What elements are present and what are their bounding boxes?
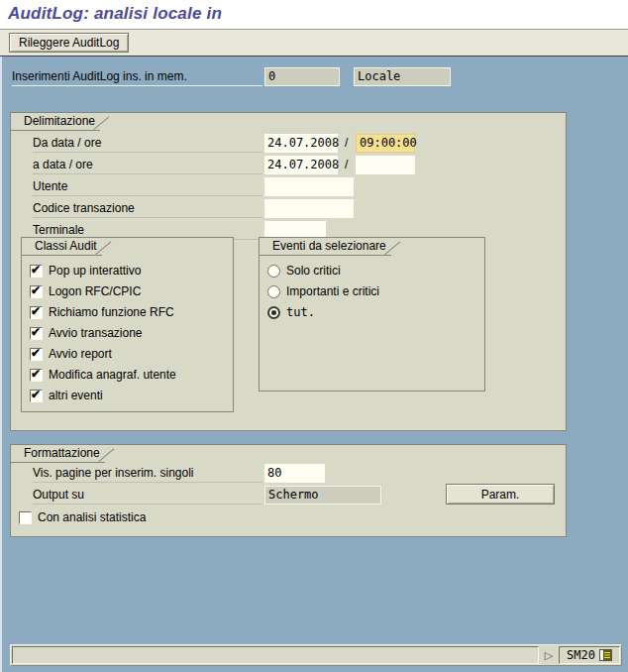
page-title: AuditLog: analisi locale in bbox=[0, 0, 628, 24]
radio-label: Solo critici bbox=[286, 264, 341, 278]
checkbox-icon[interactable] bbox=[30, 327, 43, 340]
delimitation-group-title: Delimitazione bbox=[11, 113, 100, 131]
status-transaction-cell: SM20 bbox=[559, 646, 620, 664]
radio-row-tutti[interactable]: tut. bbox=[267, 302, 315, 322]
formatting-group-title: Formattazione bbox=[11, 445, 105, 463]
main-content: Inserimenti AuditLog ins. in mem. 0 Loca… bbox=[0, 56, 628, 672]
output-label: Output su bbox=[33, 485, 262, 504]
events-groupbox: Eventi da selezionare Solo critici Impor… bbox=[259, 237, 485, 392]
checkbox-label: Logon RFC/CPIC bbox=[49, 284, 141, 298]
checkbox-row-avvio-transazione[interactable]: Avvio transazione bbox=[30, 323, 143, 343]
title-bar: AuditLog: analisi locale in bbox=[0, 0, 628, 30]
transaction-code-label: Codice transazione bbox=[33, 198, 262, 218]
checkbox-icon[interactable] bbox=[30, 390, 43, 402]
application-toolbar: Rileggere AuditLog bbox=[0, 30, 628, 56]
from-date-separator: / bbox=[345, 133, 348, 153]
radio-label: tut. bbox=[286, 305, 315, 319]
transaction-code: SM20 bbox=[567, 648, 595, 662]
memory-count-field: 0 bbox=[264, 67, 340, 86]
radio-icon[interactable] bbox=[267, 306, 280, 319]
to-time-input[interactable] bbox=[356, 156, 415, 174]
checkbox-label: Avvio transazione bbox=[49, 326, 143, 340]
user-input[interactable] bbox=[264, 177, 354, 196]
radio-row-solo-critici[interactable]: Solo critici bbox=[267, 261, 341, 280]
checkbox-icon[interactable] bbox=[30, 348, 43, 361]
session-list-icon[interactable] bbox=[599, 649, 612, 661]
checkbox-label: Modifica anagraf. utente bbox=[49, 368, 176, 382]
checkbox-row-modifica-anagraf-utente[interactable]: Modifica anagraf. utente bbox=[30, 365, 176, 385]
delimitation-groupbox: Delimitazione Da data / ore 24.07.2008 /… bbox=[10, 112, 567, 431]
checkbox-icon[interactable] bbox=[19, 511, 32, 524]
page-width-label: Vis. pagine per inserim. singoli bbox=[33, 463, 262, 483]
checkbox-label: Richiamo funzione RFC bbox=[49, 305, 174, 319]
from-date-input[interactable]: 24.07.2008 bbox=[264, 134, 338, 153]
checkbox-label: Pop up interattivo bbox=[49, 264, 141, 278]
checkbox-row-pop-up-interattivo[interactable]: Pop up interattivo bbox=[30, 261, 141, 280]
output-field: Schermo bbox=[264, 486, 381, 504]
transaction-code-input[interactable] bbox=[264, 199, 354, 218]
checkbox-icon[interactable] bbox=[30, 265, 43, 278]
from-date-label: Da data / ore bbox=[33, 133, 262, 153]
to-date-input[interactable]: 24.07.2008 bbox=[264, 156, 338, 174]
checkbox-row-altri-eventi[interactable]: altri eventi bbox=[30, 386, 103, 405]
status-bar: SM20 bbox=[10, 644, 622, 666]
checkbox-label: altri eventi bbox=[49, 389, 103, 402]
memory-row-label: Inserimenti AuditLog ins. in mem. bbox=[12, 66, 262, 86]
checkbox-row-con-analisi-statistica[interactable]: Con analisi statistica bbox=[19, 507, 146, 527]
formatting-groupbox: Formattazione Vis. pagine per inserim. s… bbox=[10, 444, 567, 537]
to-date-label: a data / ore bbox=[33, 155, 262, 174]
reread-auditlog-button[interactable]: Rileggere AuditLog bbox=[9, 33, 129, 53]
checkbox-icon[interactable] bbox=[30, 369, 43, 382]
audit-classes-group-title: Classi Audit bbox=[22, 238, 102, 256]
radio-row-importanti-e-critici[interactable]: Importanti e critici bbox=[267, 281, 379, 301]
checkbox-label: Avvio report bbox=[49, 347, 112, 361]
checkbox-icon[interactable] bbox=[30, 285, 43, 298]
checkbox-label: Con analisi statistica bbox=[38, 510, 146, 524]
events-group-title: Eventi da selezionare bbox=[260, 238, 391, 256]
checkbox-row-richiamo-funzione-rfc[interactable]: Richiamo funzione RFC bbox=[30, 302, 174, 322]
status-expand-arrow-icon[interactable] bbox=[540, 645, 558, 665]
radio-label: Importanti e critici bbox=[286, 284, 379, 298]
user-label: Utente bbox=[33, 176, 262, 196]
audit-classes-groupbox: Classi Audit Pop up interattivo Logon RF… bbox=[21, 237, 234, 412]
radio-icon[interactable] bbox=[267, 285, 280, 298]
to-date-separator: / bbox=[345, 155, 348, 174]
radio-icon[interactable] bbox=[267, 265, 280, 278]
status-message-field bbox=[12, 646, 539, 664]
page-width-input[interactable]: 80 bbox=[264, 464, 325, 483]
checkbox-row-logon-rfc-cpic[interactable]: Logon RFC/CPIC bbox=[30, 281, 141, 301]
from-time-input[interactable]: 09:00:00 bbox=[356, 134, 415, 153]
checkbox-icon[interactable] bbox=[30, 306, 43, 319]
checkbox-row-avvio-report[interactable]: Avvio report bbox=[30, 344, 112, 364]
param-button[interactable]: Param. bbox=[446, 484, 555, 504]
memory-mode-field: Locale bbox=[354, 67, 451, 86]
